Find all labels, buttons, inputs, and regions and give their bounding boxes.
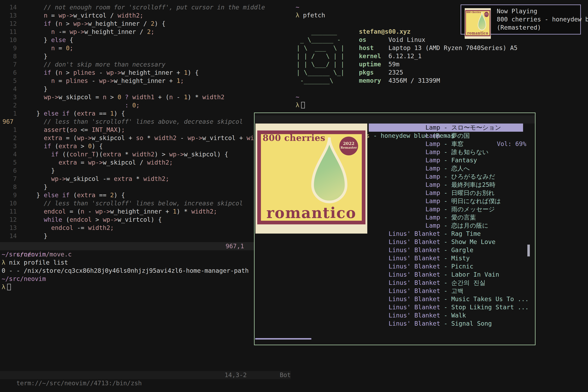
playlist-row[interactable]: Lamp - 車窓 — [369, 140, 523, 148]
line-number: 5 — [0, 158, 22, 166]
pfetch-info-line: kernel 6.12.12_1 — [359, 52, 518, 60]
code-line: 14 } — [0, 232, 293, 240]
code-line: 5 n = plines - wp->w_height_inner + 1; — [0, 77, 293, 85]
playlist-row[interactable]: Lamp - Fantasy — [369, 156, 523, 164]
playlist-row[interactable]: Lamp - ひろがるなみだ — [369, 172, 523, 181]
line-number: 1 — [0, 110, 22, 118]
terminal-line: ~/src/neovim — [2, 275, 292, 283]
code-line: 11 n -= wp->w_height_inner / 2; — [0, 28, 293, 36]
code-line: 8 } — [0, 183, 293, 191]
code-line: 7 // don't skip more than necessary — [0, 60, 293, 68]
line-number: 14 — [0, 3, 22, 12]
line-number: 13 — [0, 12, 22, 20]
line-number: 10 — [0, 36, 22, 44]
playlist-row[interactable]: Linus' Blanket - Labor In Vain — [369, 270, 523, 279]
code-line: 5 extra = wp->w_skipcol / width2; — [0, 158, 293, 166]
code-line: 12 while (endcol > wp->w_virtcol) { — [0, 216, 293, 224]
terminal-line: λ — [2, 283, 292, 291]
terminal-right[interactable]: ~λ pfetch — [296, 3, 325, 20]
line-number: 2 — [0, 101, 22, 110]
playlist-row[interactable]: Lamp - 夢の国 — [369, 132, 523, 140]
line-number: 9 — [0, 191, 22, 199]
player-header: [Playing] herries - honeydew blue (Remas… — [254, 115, 535, 124]
code-line: 4 if ((colnr_T)(extra * width2) > wp->w_… — [0, 150, 293, 158]
playlist-row[interactable]: Lamp - 明日になれば僕は — [369, 197, 523, 205]
code-line: 1 } else if (extra == 1) { — [0, 110, 293, 118]
playlist-row[interactable]: Linus' Blanket - Rag Time — [369, 230, 523, 238]
line-number: 14 — [0, 232, 22, 240]
code-line: 967 // less than 'scrolloff' lines above… — [0, 118, 293, 126]
playlist-row[interactable]: Linus' Blanket - 순간의 진실 — [369, 279, 523, 287]
terminal-line: ~ — [296, 3, 325, 11]
playlist-row[interactable]: Linus' Blanket - Show Me Love — [369, 238, 523, 246]
terminal-right-prompt[interactable]: ~λ — [296, 93, 305, 109]
terminal-line: λ — [296, 101, 305, 109]
playlist-scrollbar-thumb[interactable] — [527, 244, 530, 256]
terminal-line: ~/src/neovim — [2, 250, 292, 258]
line-number: 11 — [0, 28, 22, 36]
playlist-row-selected[interactable]: Lamp - スロ〜モ〜ション — [369, 124, 523, 132]
terminal-scroll-pos: Bot — [280, 371, 291, 379]
statusline-active: src/nvim/move.c 967,1 — [0, 242, 291, 250]
notification-album-art: 800 cherries 2022 Remas — [465, 8, 491, 39]
line-number: 8 — [0, 183, 22, 191]
pfetch-info-line: host Laptop 13 (AMD Ryzen 7040Series) A5 — [359, 44, 518, 52]
code-line: 13 n = wp->w_virtcol / width2; — [0, 12, 293, 20]
code-line: 3 wp->w_skipcol = n > 0 ? width1 + (n - … — [0, 93, 293, 101]
code-line: 14 // not enough room for 'scrolloff', p… — [0, 3, 293, 12]
playlist-row[interactable]: Lamp - 最終列車は25時 — [369, 181, 523, 189]
playlist-row[interactable]: Lamp - 恋は月の蔭に — [369, 222, 523, 230]
line-number: 6 — [0, 68, 22, 77]
line-number: 10 — [0, 199, 22, 208]
remaster-badge: 2022 Remaster — [339, 136, 358, 155]
playlist-row[interactable]: Lamp - 誰も知らない — [369, 148, 523, 156]
pfetch-info: stefan@s00.xyz os Void Linuxhost Laptop … — [359, 28, 518, 85]
playlist-row[interactable]: Linus' Blanket - 고백 — [369, 287, 523, 295]
playlist-row[interactable]: Linus' Blanket - Walk — [369, 311, 523, 320]
playlist-row[interactable]: Linus' Blanket - Signal Song — [369, 320, 523, 328]
code-line: 6 } — [0, 166, 293, 175]
editor-pane[interactable]: 14 // not enough room for 'scrolloff', p… — [0, 3, 293, 240]
player-album-art: 800 cherries 2022 Remas — [256, 124, 367, 234]
notification-text: Now Playing 800 cherries - honeydew blue… — [497, 7, 588, 32]
code-line: 12 if (n > wp->w_height_inner / 2) { — [0, 20, 293, 28]
notification-track: 800 cherries - honeydew blue — [497, 15, 588, 24]
code-line: 6 if (n > plines - wp->w_height_inner + … — [0, 68, 293, 77]
notification-title: Now Playing — [497, 7, 588, 15]
code-line: 3 if (extra > 0) { — [0, 142, 293, 150]
playlist-row[interactable]: Linus' Blanket - Gargle — [369, 246, 523, 254]
remaster-badge: 2022 Remaster — [484, 12, 488, 17]
playlist-row[interactable]: Lamp - 恋人へ — [369, 164, 523, 172]
terminal-line: ~ — [296, 93, 305, 101]
pfetch-info-line: pkgs 2325 — [359, 68, 518, 76]
playlist-row[interactable]: Linus' Blanket - Picnic — [369, 262, 523, 270]
music-player-window[interactable]: [Playing] herries - honeydew blue (Remas… — [254, 112, 536, 345]
line-number: 3 — [0, 142, 22, 150]
terminal-cursor — [301, 102, 305, 108]
terminal-buffer-name: term://~/src/neovim//4713:/bin/zsh — [16, 380, 142, 387]
now-playing-notification[interactable]: 800 cherries 2022 Remas — [460, 4, 581, 34]
code-line: 13 endcol -= width2; — [0, 224, 293, 232]
line-number: 6 — [0, 166, 22, 175]
playlist-row[interactable]: Linus' Blanket - Stop Liking Start ... — [369, 303, 523, 311]
line-number: 3 — [0, 93, 22, 101]
terminal-left[interactable]: ~/src/neovimλ nix profile list0 - - /nix… — [2, 250, 292, 291]
playlist-row[interactable]: Lamp - 日曜日のお別れ — [369, 189, 523, 197]
player-progress-bar[interactable] — [255, 338, 311, 340]
line-number: 4 — [0, 150, 22, 158]
line-number: 12 — [0, 216, 22, 224]
code-line: 9 } else if (extra == 2) { — [0, 191, 293, 199]
terminal-cursor — [7, 284, 11, 290]
line-number: 11 — [0, 208, 22, 216]
playlist-row[interactable]: Linus' Blanket - Music Takes Us To ... — [369, 295, 523, 303]
code-line: 10 } else { — [0, 36, 293, 44]
statusline-terminal: term://~/src/neovim//4713:/bin/zsh 14,3-… — [0, 371, 291, 379]
terminal-line: λ nix profile list — [2, 258, 292, 267]
playlist-row[interactable]: Lamp - 雨のメッセージ — [369, 205, 523, 213]
playlist-row[interactable]: Lamp - 愛の言葉 — [369, 213, 523, 222]
code-line: 8 } — [0, 52, 293, 60]
line-number: 5 — [0, 77, 22, 85]
code-line: 2 extra = (wp->w_skipcol + so * width2 -… — [0, 134, 293, 142]
line-number: 4 — [0, 85, 22, 93]
playlist-row[interactable]: Linus' Blanket - Misty — [369, 254, 523, 262]
